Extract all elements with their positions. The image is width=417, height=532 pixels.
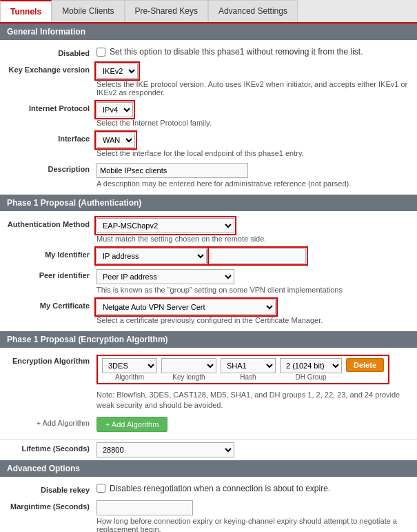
margintime-label: Margintime (Seconds): [7, 500, 96, 511]
key-exchange-label: Key Exchange version: [7, 63, 96, 74]
my-certificate-select[interactable]: Netgate Auto VPN Server Cert None: [96, 299, 276, 315]
delete-button[interactable]: Delete: [346, 358, 384, 372]
peer-identifier-row: Peer identifier Peer IP address Any Dist…: [0, 266, 417, 297]
lifetime-label: Lifetime (Seconds): [7, 442, 96, 453]
disable-rekey-row: Disable rekey Disables renegotiation whe…: [0, 481, 417, 497]
disabled-row: Disabled Set this option to disable this…: [0, 44, 417, 61]
description-label: Description: [7, 163, 96, 173]
key-exchange-row: Key Exchange version IKEv2 IKEv1 Auto Se…: [0, 61, 417, 99]
disable-rekey-label: Disable rekey: [7, 484, 96, 494]
phase1-auth-header: Phase 1 Proposal (Authentication): [0, 195, 417, 211]
my-identifier-input[interactable]: [210, 248, 306, 264]
auth-method-row: Authentication Method EAP-MSChapv2 EAP-T…: [0, 215, 417, 246]
description-row: Description A description may be entered…: [0, 160, 417, 190]
margintime-row: Margintime (Seconds) How long before con…: [0, 497, 417, 532]
peer-identifier-desc: This is known as the "group" setting on …: [96, 286, 410, 294]
my-certificate-row: My Certificate Netgate Auto VPN Server C…: [0, 297, 417, 327]
disabled-desc: Set this option to disable this phase1 w…: [110, 47, 363, 57]
add-algorithm-button[interactable]: + Add Algorithm: [96, 417, 167, 432]
tab-tunnels[interactable]: Tunnels: [0, 0, 52, 22]
key-exchange-desc: Selects the IKE protocol version. Auto u…: [96, 80, 410, 97]
add-algorithm-row: + Add Algorithm + Add Algorithm: [0, 414, 417, 435]
phase1-enc-section: Encryption Algorithm 3DES AES CAST128 Bl…: [0, 348, 417, 439]
enc-algorithm-sublabel: Algorithm: [115, 373, 144, 381]
disable-rekey-desc: Disables renegotiation when a connection…: [110, 484, 330, 493]
disabled-checkbox[interactable]: [96, 48, 105, 57]
key-exchange-select[interactable]: IKEv2 IKEv1 Auto: [96, 63, 138, 79]
encryption-algorithm-outline: 3DES AES CAST128 Blowfish Algorithm Key …: [96, 355, 389, 384]
disabled-label: Disabled: [7, 47, 96, 57]
internet-protocol-select[interactable]: IPv4 IPv6: [96, 102, 133, 117]
enc-dhgroup-select[interactable]: 2 (1024 bit) 5 (1536 bit) 14 (2048 bit) …: [280, 358, 342, 373]
enc-algorithm-select[interactable]: 3DES AES CAST128 Blowfish: [102, 358, 157, 373]
lifetime-section: Lifetime (Seconds) 28800 3600 86400: [0, 439, 417, 460]
advanced-options-header: Advanced Options: [0, 460, 417, 477]
phase1-enc-header: Phase 1 Proposal (Encryption Algorithm): [0, 331, 417, 348]
interface-select[interactable]: WAN LAN: [96, 132, 135, 148]
lifetime-select[interactable]: 28800 3600 86400: [96, 442, 234, 457]
enc-keylength-sublabel: Key length: [172, 373, 205, 381]
margintime-desc: How long before connection expiry or key…: [96, 517, 410, 532]
tab-bar: Tunnels Mobile Clients Pre-Shared Keys A…: [0, 0, 417, 23]
enc-keylength-select[interactable]: [161, 358, 216, 373]
add-algorithm-label: + Add Algorithm: [7, 417, 96, 427]
my-identifier-label: My Identifier: [7, 248, 96, 259]
phase1-auth-section: Authentication Method EAP-MSChapv2 EAP-T…: [0, 211, 417, 331]
interface-desc: Select the interface for the local endpo…: [96, 149, 410, 157]
tab-mobile-clients[interactable]: Mobile Clients: [52, 0, 124, 22]
enc-dhgroup-sublabel: DH Group: [295, 373, 326, 381]
tab-advanced-settings[interactable]: Advanced Settings: [208, 0, 298, 22]
my-identifier-select[interactable]: IP address Distinguished name User FQDN …: [96, 248, 207, 264]
encryption-algorithm-row: Encryption Algorithm 3DES AES CAST128 Bl…: [0, 352, 417, 387]
interface-row: Interface WAN LAN Select the interface f…: [0, 130, 417, 160]
description-desc: A description may be entered here for ad…: [96, 179, 410, 188]
advanced-options-section: Disable rekey Disables renegotiation whe…: [0, 477, 417, 532]
description-input[interactable]: [96, 163, 248, 178]
internet-protocol-desc: Select the Internet Protocol family.: [96, 119, 410, 127]
my-identifier-row: My Identifier IP address Distinguished n…: [0, 246, 417, 266]
interface-label: Interface: [7, 132, 96, 143]
lifetime-row: Lifetime (Seconds) 28800 3600 86400: [0, 440, 417, 460]
tab-pre-shared-keys[interactable]: Pre-Shared Keys: [125, 0, 208, 22]
enc-hash-sublabel: Hash: [240, 373, 256, 381]
auth-method-desc: Must match the setting chosen on the rem…: [96, 235, 410, 243]
internet-protocol-label: Internet Protocol: [7, 102, 96, 112]
general-info-section: Disabled Set this option to disable this…: [0, 40, 417, 195]
peer-identifier-select[interactable]: Peer IP address Any Distinguished name: [96, 269, 234, 284]
peer-identifier-label: Peer identifier: [7, 269, 96, 279]
encryption-algorithm-label: Encryption Algorithm: [7, 355, 96, 365]
my-certificate-label: My Certificate: [7, 299, 96, 310]
auth-method-select[interactable]: EAP-MSChapv2 EAP-TLS Pre-Shared Key RSA: [96, 218, 234, 233]
auth-method-label: Authentication Method: [7, 218, 96, 228]
internet-protocol-row: Internet Protocol IPv4 IPv6 Select the I…: [0, 99, 417, 130]
my-certificate-desc: Select a certificate previously configur…: [96, 316, 410, 324]
margintime-input[interactable]: [96, 500, 193, 515]
enc-hash-select[interactable]: SHA1 SHA256 SHA384 SHA512 MD5: [221, 358, 276, 373]
enc-note: Note: Blowfish, 3DES, CAST128, MD5, SHA1…: [0, 387, 417, 414]
general-info-header: General Information: [0, 23, 417, 40]
disable-rekey-checkbox[interactable]: [96, 484, 105, 493]
